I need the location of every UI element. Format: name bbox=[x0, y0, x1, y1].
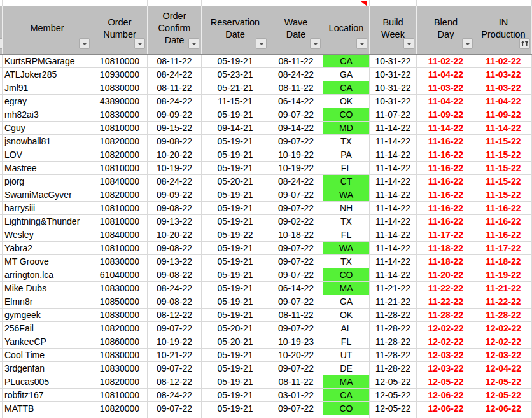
cell-order-confirm-date[interactable]: 09-13-22 bbox=[148, 215, 202, 228]
cell-wave-date[interactable]: 09-07-22 bbox=[269, 255, 323, 268]
cell-order-confirm-date[interactable]: 09-09-22 bbox=[148, 188, 202, 201]
cell-order-confirm-date[interactable]: 08-24-22 bbox=[148, 95, 202, 108]
cell-order-confirm-date[interactable]: 09-09-22 bbox=[148, 108, 202, 121]
cell-in-production[interactable]: 11-22-22 bbox=[475, 295, 532, 308]
cell-member[interactable]: Wesley bbox=[3, 228, 92, 241]
cell-wave-date[interactable]: 10-20-22 bbox=[269, 349, 323, 361]
cell-blend-day[interactable]: 11-16-22 bbox=[417, 175, 475, 188]
cell-reservation-date[interactable]: 05-19-21 bbox=[202, 295, 269, 308]
cell-order-confirm-date[interactable]: 10-19-22 bbox=[148, 335, 202, 348]
cell-member[interactable]: Jml91 bbox=[3, 81, 92, 94]
cell-order-confirm-date[interactable]: 09-08-22 bbox=[148, 135, 202, 148]
cell-member[interactable]: mh82ai3 bbox=[3, 108, 92, 121]
cell-member[interactable]: gymgeek bbox=[3, 309, 92, 321]
cell-location[interactable]: TX bbox=[323, 215, 370, 228]
cell-reservation-date[interactable]: 05-19-21 bbox=[202, 268, 269, 281]
cell-reservation-date[interactable]: 05-19-21 bbox=[202, 135, 269, 148]
cell-location[interactable]: TX bbox=[323, 255, 370, 268]
cell-wave-date[interactable]: 09-02-22 bbox=[269, 215, 323, 228]
cell-location[interactable]: MA bbox=[323, 282, 370, 295]
cell-in-production[interactable]: 11-16-22 bbox=[475, 228, 532, 241]
cell-order-confirm-date[interactable]: 10-20-22 bbox=[148, 148, 202, 161]
cell-order-number[interactable]: 10820000 bbox=[92, 402, 148, 415]
cell-order-confirm-date[interactable]: 08-24-22 bbox=[148, 68, 202, 81]
cell-blend-day[interactable]: 11-18-22 bbox=[417, 255, 475, 268]
cell-order-confirm-date[interactable]: 09-07-22 bbox=[148, 402, 202, 415]
cell-wave-date[interactable]: 08-11-22 bbox=[269, 309, 323, 321]
cell-build-week[interactable]: 11-28-22 bbox=[370, 335, 417, 348]
cell-wave-date[interactable]: 08-11-22 bbox=[269, 81, 323, 94]
cell-location[interactable]: FL bbox=[323, 162, 370, 174]
header-cell-reservation-date[interactable]: Reservation Date bbox=[202, 6, 269, 54]
cell-location[interactable]: CO bbox=[323, 108, 370, 121]
cell-reservation-date[interactable]: 05-19-21 bbox=[202, 162, 269, 174]
cell-reservation-date[interactable]: 05-19-21 bbox=[202, 242, 269, 254]
cell-build-week[interactable]: 12-05-22 bbox=[370, 402, 417, 415]
cell-reservation-date[interactable]: 05-19-21 bbox=[202, 362, 269, 375]
cell-order-number[interactable]: 10830000 bbox=[92, 81, 148, 94]
cell-location[interactable]: CO bbox=[323, 268, 370, 281]
filter-button-member[interactable] bbox=[79, 38, 90, 49]
cell-wave-date[interactable]: 10-19-22 bbox=[269, 162, 323, 174]
cell-blend-day[interactable]: 11-28-22 bbox=[417, 309, 475, 321]
cell-order-confirm-date[interactable]: 10-20-22 bbox=[148, 228, 202, 241]
cell-order-number[interactable]: 10840000 bbox=[92, 175, 148, 188]
cell-order-number[interactable]: 10810000 bbox=[92, 242, 148, 254]
cell-member[interactable]: 256Fail bbox=[3, 322, 92, 335]
cell-reservation-date[interactable]: 05-19-21 bbox=[202, 188, 269, 201]
cell-location[interactable]: MD bbox=[323, 122, 370, 134]
cell-wave-date[interactable]: 09-07-22 bbox=[269, 402, 323, 415]
cell-order-number[interactable]: 10850000 bbox=[92, 295, 148, 308]
cell-blend-day[interactable]: 11-09-22 bbox=[417, 108, 475, 121]
cell-in-production[interactable]: 11-16-22 bbox=[475, 215, 532, 228]
cell-blend-day[interactable]: 11-16-22 bbox=[417, 135, 475, 148]
cell-in-production[interactable]: 12-02-22 bbox=[475, 335, 532, 348]
header-cell-order-number[interactable]: Order Number bbox=[92, 6, 148, 54]
cell-build-week[interactable]: 11-28-22 bbox=[370, 322, 417, 335]
cell-location[interactable]: AL bbox=[323, 322, 370, 335]
cell-member[interactable]: KurtsRPMGarage bbox=[3, 55, 92, 67]
cell-build-week[interactable]: 11-14-22 bbox=[370, 135, 417, 148]
cell-blend-day[interactable]: 11-20-22 bbox=[417, 268, 475, 281]
cell-order-confirm-date[interactable]: 09-08-22 bbox=[148, 295, 202, 308]
cell-build-week[interactable]: 10-31-22 bbox=[370, 55, 417, 67]
cell-location[interactable]: FL bbox=[323, 228, 370, 241]
cell-blend-day[interactable]: 12-02-22 bbox=[417, 335, 475, 348]
cell-build-week[interactable]: 11-14-22 bbox=[370, 202, 417, 214]
cell-order-number[interactable]: 61040000 bbox=[92, 268, 148, 281]
cell-blend-day[interactable]: 12-02-22 bbox=[417, 322, 475, 335]
header-cell-order-confirm-date[interactable]: Order Confirm Date bbox=[148, 6, 202, 54]
cell-blend-day[interactable]: 11-04-22 bbox=[417, 68, 475, 81]
cell-order-confirm-date[interactable]: 08-12-22 bbox=[148, 309, 202, 321]
cell-location[interactable]: CA bbox=[323, 389, 370, 401]
cell-member[interactable]: LOV bbox=[3, 148, 92, 161]
cell-wave-date[interactable]: 09-07-22 bbox=[269, 188, 323, 201]
cell-in-production[interactable]: 12-04-22 bbox=[475, 362, 532, 375]
cell-reservation-date[interactable]: 09-14-21 bbox=[202, 122, 269, 134]
filter-button-in-production-sorted[interactable] bbox=[519, 38, 530, 49]
cell-order-number[interactable]: 10830000 bbox=[92, 362, 148, 375]
cell-location[interactable]: GA bbox=[323, 295, 370, 308]
header-cell-wave-date[interactable]: Wave Date bbox=[269, 6, 323, 54]
filter-button-location[interactable] bbox=[356, 38, 367, 49]
cell-reservation-date[interactable]: 05-19-21 bbox=[202, 148, 269, 161]
cell-wave-date[interactable]: 10-19-23 bbox=[269, 335, 323, 348]
cell-wave-date[interactable]: 09-07-22 bbox=[269, 362, 323, 375]
cell-order-number[interactable]: 10820000 bbox=[92, 135, 148, 148]
cell-location[interactable]: OK bbox=[323, 309, 370, 321]
cell-blend-day[interactable]: 11-17-22 bbox=[417, 228, 475, 241]
cell-build-week[interactable]: 10-31-22 bbox=[370, 95, 417, 108]
cell-in-production[interactable]: 11-02-22 bbox=[475, 55, 532, 67]
header-cell-location[interactable]: Location bbox=[323, 6, 370, 54]
cell-reservation-date[interactable]: 05-19-21 bbox=[202, 402, 269, 415]
cell-build-week[interactable]: 11-14-22 bbox=[370, 175, 417, 188]
cell-build-week[interactable]: 12-05-22 bbox=[370, 375, 417, 388]
cell-location[interactable]: GA bbox=[323, 68, 370, 81]
cell-member[interactable]: arrington.lca bbox=[3, 268, 92, 281]
cell-in-production[interactable]: 11-15-22 bbox=[475, 135, 532, 148]
cell-order-number[interactable]: 10830000 bbox=[92, 309, 148, 321]
cell-blend-day[interactable]: 11-18-22 bbox=[417, 242, 475, 254]
cell-build-week[interactable]: 11-28-22 bbox=[370, 349, 417, 361]
cell-wave-date[interactable]: 08-24-22 bbox=[269, 68, 323, 81]
filter-button-order-number[interactable] bbox=[134, 38, 145, 49]
